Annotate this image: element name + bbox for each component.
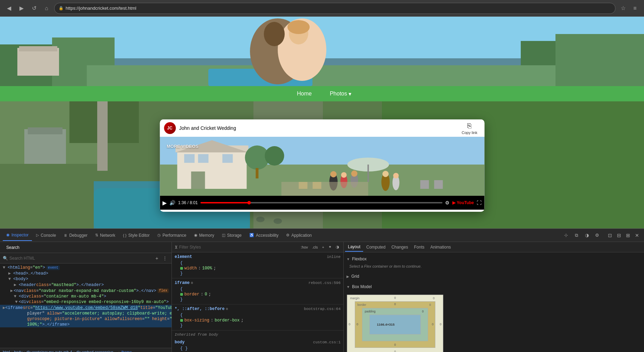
close-devtools-button[interactable]: ✕ — [633, 231, 641, 240]
universal-settings-icon[interactable]: ⚙ — [226, 307, 228, 311]
tree-head[interactable]: ▶ <head> … </head> — [0, 270, 172, 276]
inspector-subtab-search[interactable]: Search — [3, 243, 23, 252]
settings-button[interactable]: ⚙ — [593, 231, 602, 240]
inspector-panel: Search 🔍 + ⋮ ▼ <html lang="en"> event — [0, 242, 172, 352]
subtab-fonts[interactable]: Fonts — [411, 243, 427, 252]
dock-side-button[interactable]: ⊡ — [606, 231, 614, 240]
volume-button[interactable]: 🔊 — [169, 200, 175, 206]
progress-bar[interactable] — [201, 202, 443, 203]
tab-storage[interactable]: ◫ Storage — [218, 230, 245, 241]
responsive-button[interactable]: ⧉ — [572, 231, 581, 240]
element-picker-button[interactable]: ⊹ — [561, 231, 570, 240]
box-model-header[interactable]: ▼ Box Model — [346, 283, 641, 291]
progress-dot — [247, 201, 251, 204]
add-style-btn[interactable]: + — [321, 244, 326, 250]
tree-iframe[interactable]: ▶ <iframe src="https://www.youtube.com/e… — [0, 305, 172, 311]
tab-console[interactable]: ▷ Console — [33, 230, 59, 241]
bc-div-container[interactable]: div.container.mx-auto.mb-4 — [26, 350, 72, 352]
nav-home-link[interactable]: Home — [293, 88, 316, 100]
inherited-from-header: Inherited from body — [172, 330, 343, 338]
hero-image — [0, 17, 644, 86]
youtube-player-card: JC John and Cricket Wedding ⎘ Copy link — [160, 119, 484, 212]
prop-indicator-boxsizing — [180, 319, 183, 322]
theme-button[interactable]: ◑ — [582, 231, 591, 240]
hover-toggle[interactable]: :hov — [299, 244, 309, 250]
svg-text:0: 0 — [432, 322, 434, 326]
bc-html[interactable]: html — [3, 350, 10, 352]
debugger-icon: ⏸ — [64, 233, 67, 237]
tab-memory[interactable]: ◉ Memory — [191, 230, 218, 241]
youtube-video-area[interactable]: MORE VIDEOS — [160, 137, 484, 196]
svg-text:0: 0 — [394, 302, 396, 306]
tab-debugger[interactable]: ⏸ Debugger — [60, 230, 91, 241]
more-styles-btn[interactable]: ✦ — [327, 244, 333, 250]
iframe-settings-icon[interactable]: ⚙ — [191, 281, 193, 285]
bookmark-button[interactable]: ☆ — [618, 3, 628, 13]
tree-header[interactable]: ▶ <header class="masthead"> … </header> — [0, 282, 172, 288]
flexbox-header[interactable]: ▼ Flexbox — [346, 255, 641, 263]
tree-html[interactable]: ▼ <html lang="en"> event — [0, 265, 172, 270]
tab-performance[interactable]: ◷ Performance — [154, 230, 190, 241]
fullscreen-button[interactable]: ⛶ — [477, 200, 482, 206]
play-button[interactable]: ▶ — [162, 200, 167, 206]
home-button[interactable]: ⌂ — [42, 3, 51, 13]
styles-toolbar: ⊻ :hov .cls + ✦ ◑ — [172, 242, 343, 252]
reload-button[interactable]: ↺ — [29, 3, 39, 13]
add-rule-button[interactable]: + — [154, 255, 160, 262]
rule-source-iframe: reboot.css:596 — [309, 281, 341, 285]
back-button[interactable]: ◀ — [4, 3, 14, 13]
youtube-video-title: John and Cricket Wedding — [179, 125, 455, 131]
tab-style-editor[interactable]: { } Style Editor — [119, 230, 153, 241]
tab-inspector[interactable]: ◉ Inspector — [3, 230, 32, 241]
youtube-top-bar: JC John and Cricket Wedding ⎘ Copy link — [160, 119, 484, 137]
dock-bottom-button[interactable]: ⊟ — [615, 231, 623, 240]
svg-text:0: 0 — [394, 296, 396, 300]
svg-rect-34 — [184, 154, 194, 163]
svg-point-39 — [265, 146, 284, 166]
svg-text:margin: margin — [350, 296, 360, 300]
tree-body[interactable]: ▼ <body> — [0, 276, 172, 282]
svg-rect-56 — [434, 180, 443, 189]
toggle-html[interactable]: ▼ — [3, 265, 8, 270]
copy-link-button[interactable]: ⎘ Copy link — [459, 120, 480, 136]
style-prop-box-sizing: box-sizing : border-box ; — [180, 318, 341, 323]
theme-toggle[interactable]: ◑ — [334, 244, 341, 250]
rule-selector-body: body — [175, 340, 185, 345]
svg-rect-19 — [28, 127, 62, 134]
rule-source-element: inline — [327, 255, 341, 259]
svg-text:0: 0 — [357, 322, 358, 326]
bc-div-embed[interactable]: div.embed-responsive… — [76, 350, 117, 352]
grid-header[interactable]: ▶ Grid — [346, 273, 641, 280]
tab-application[interactable]: ⚙ Application — [283, 230, 315, 241]
tree-embed-div[interactable]: ▼ <div class="embed-responsive embed-res… — [0, 299, 172, 305]
search-html-input[interactable] — [9, 256, 153, 261]
forward-button[interactable]: ▶ — [17, 3, 26, 13]
youtube-controls: ▶ 🔊 1:36 / 8:01 ⚙ ▶ YouTube ⛶ — [160, 196, 484, 210]
bc-body[interactable]: body — [14, 350, 22, 352]
style-rule-header-iframe: iframe ⚙ reboot.css:596 — [175, 280, 341, 285]
search-options-button[interactable]: ⋮ — [161, 255, 169, 262]
tab-accessibility[interactable]: ♿ Accessibility — [246, 230, 282, 241]
subtab-animations[interactable]: Animations — [427, 243, 453, 252]
cls-toggle[interactable]: .cls — [311, 244, 319, 250]
nav-photos-dropdown[interactable]: Photos ▾ — [330, 91, 351, 97]
subtab-computed[interactable]: Computed — [363, 243, 388, 252]
bc-iframe[interactable]: iframe — [121, 350, 132, 352]
html-tree: ▼ <html lang="en"> event ▶ <head> … </he… — [0, 263, 172, 348]
filter-styles-input[interactable] — [179, 245, 298, 250]
svg-rect-35 — [198, 154, 208, 163]
address-bar[interactable]: 🔒 https://johnandcricket.com/test.html — [54, 3, 616, 14]
devtools-toolbar: ◉ Inspector ▷ Console ⏸ Debugger ⇅ Netwo… — [0, 229, 644, 242]
undock-button[interactable]: ⊞ — [624, 231, 632, 240]
tree-nav[interactable]: ▶ <nav class="navbar navbar-expand-md na… — [0, 288, 172, 294]
subtab-changes[interactable]: Changes — [388, 243, 411, 252]
youtube-channel-avatar: JC — [164, 122, 176, 134]
tree-container-div[interactable]: ▼ <div class="container mx-auto mb-4"> — [0, 294, 172, 299]
settings-button[interactable]: ⚙ — [445, 200, 450, 206]
subtab-layout[interactable]: Layout — [345, 243, 363, 252]
style-rule-body: body custom.css:1 { } — [172, 338, 343, 352]
svg-rect-36 — [222, 154, 233, 163]
svg-point-12 — [264, 22, 285, 46]
menu-button[interactable]: ≡ — [630, 3, 640, 13]
tab-network[interactable]: ⇅ Network — [92, 230, 119, 241]
